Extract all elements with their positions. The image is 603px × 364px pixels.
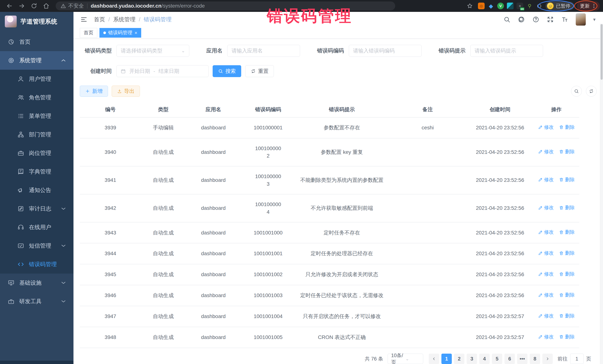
sidebar-item-7[interactable]: 字典管理 xyxy=(0,162,73,181)
sidebar-item-2[interactable]: 用户管理 xyxy=(0,70,73,88)
page-button-1[interactable]: 1 xyxy=(441,354,452,364)
github-icon[interactable] xyxy=(518,16,525,23)
browser-forward-icon[interactable] xyxy=(18,2,25,10)
delete-row-button[interactable]: 删除 xyxy=(559,204,575,211)
extension-icon-key[interactable]: ⚲ xyxy=(526,3,533,9)
browser-profile-chip[interactable]: ☺ 已暂停 xyxy=(545,2,574,10)
close-icon[interactable]: × xyxy=(135,30,137,35)
delete-row-button[interactable]: 删除 xyxy=(559,250,575,257)
avatar-caret-icon[interactable]: ▾ xyxy=(593,17,596,22)
page-button-2[interactable]: 2 xyxy=(454,354,464,364)
delete-row-button[interactable]: 删除 xyxy=(559,312,575,320)
edit-row-button[interactable]: 修改 xyxy=(538,124,554,131)
edit-row-button[interactable]: 修改 xyxy=(538,250,554,257)
sidebar-item-10[interactable]: 在线用户 xyxy=(0,218,73,236)
browser-update-button[interactable]: 更新 xyxy=(577,1,600,11)
page-button-5[interactable]: 5 xyxy=(492,354,502,364)
browser-reload-icon[interactable] xyxy=(30,2,37,10)
extension-icon-teal-squares[interactable] xyxy=(507,3,514,9)
export-button[interactable]: 导出 xyxy=(112,86,140,97)
sidebar-item-label: 用户管理 xyxy=(29,75,67,83)
edit-row-button[interactable]: 修改 xyxy=(538,229,554,236)
page-button-3[interactable]: 3 xyxy=(467,354,477,364)
browser-menu-dots-icon[interactable] xyxy=(591,3,597,9)
next-page-button[interactable] xyxy=(542,354,553,364)
page-button-6[interactable]: 6 xyxy=(504,354,515,364)
sidebar-item-13[interactable]: 基础设施 xyxy=(0,274,73,292)
delete-row-button[interactable]: 删除 xyxy=(559,176,575,183)
cell-id: 3947 xyxy=(80,306,141,327)
search-icon[interactable] xyxy=(503,16,510,23)
delete-row-button[interactable]: 删除 xyxy=(559,292,575,298)
extension-icon-orange[interactable]: ◎ xyxy=(478,3,485,9)
sidebar-item-5[interactable]: 部门管理 xyxy=(0,125,73,144)
reset-button[interactable]: 重置 xyxy=(245,65,274,77)
sidebar-item-4[interactable]: 菜单管理 xyxy=(0,107,73,125)
hamburger-icon[interactable] xyxy=(80,16,88,23)
sidebar-item-11[interactable]: 短信管理 xyxy=(0,236,73,255)
sidebar-item-14[interactable]: 研发工具 xyxy=(0,292,73,311)
app-logo-row[interactable]: 芋道管理系统 xyxy=(0,12,73,31)
delete-row-button[interactable]: 删除 xyxy=(559,271,575,278)
extension-icon-green-v[interactable]: V xyxy=(497,3,504,9)
error-hint-input[interactable]: 请输入错误码提示 xyxy=(470,45,543,57)
scrollbar-track xyxy=(600,24,603,364)
sidebar-item-8[interactable]: 通知公告 xyxy=(0,181,73,199)
page-size-select[interactable]: 10条/页 ⌄ xyxy=(388,354,423,364)
sidebar-item-12[interactable]: 错误码管理 xyxy=(0,255,73,274)
refresh-table-button[interactable] xyxy=(586,86,597,97)
date-range-picker[interactable]: 开始日期 - 结束日期 xyxy=(116,65,209,77)
sidebar-item-9[interactable]: 审计日志 xyxy=(0,199,73,218)
page-button-4[interactable]: 4 xyxy=(479,354,490,364)
edit-row-button[interactable]: 修改 xyxy=(538,204,554,211)
bookmark-star-icon[interactable] xyxy=(466,3,473,9)
error-code-input[interactable]: 请输入错误码编码 xyxy=(349,45,422,57)
sidebar-collapse-bar[interactable] xyxy=(0,361,73,364)
page-button-8[interactable]: 8 xyxy=(530,354,540,364)
edit-row-button[interactable]: 修改 xyxy=(538,312,554,320)
more-pages-button[interactable]: ••• xyxy=(517,354,527,364)
fullscreen-icon[interactable] xyxy=(547,16,554,23)
extension-icon-blue-drop[interactable]: ◆ xyxy=(487,3,494,9)
edit-row-button[interactable]: 修改 xyxy=(538,271,554,278)
prev-page-button[interactable] xyxy=(429,354,439,364)
cell-id: 3948 xyxy=(80,327,141,348)
goto-page-input[interactable] xyxy=(570,354,583,364)
cell-error-code: 1001000001 xyxy=(241,117,295,138)
breadcrumb-item-home[interactable]: 首页 xyxy=(94,16,105,23)
tab-0[interactable]: 首页 xyxy=(80,28,97,38)
edit-icon xyxy=(538,206,543,210)
sidebar-item-3[interactable]: 角色管理 xyxy=(0,88,73,107)
tab-1[interactable]: 错误码管理× xyxy=(99,28,141,38)
pagination-total: 共 76 条 xyxy=(365,355,383,362)
search-button[interactable]: 搜索 xyxy=(213,65,241,77)
sidebar-item-6[interactable]: 岗位管理 xyxy=(0,144,73,162)
chevron-up-icon xyxy=(60,57,67,64)
sidebar-item-1[interactable]: 系统管理 xyxy=(0,51,73,70)
delete-row-button[interactable]: 删除 xyxy=(559,333,575,341)
error-type-select[interactable]: 请选择错误码类型 ⌄ xyxy=(116,45,189,57)
help-question-icon[interactable] xyxy=(532,16,539,23)
show-search-toggle-button[interactable] xyxy=(571,86,582,97)
delete-row-button[interactable]: 删除 xyxy=(559,124,575,131)
cell-actions: 修改删除 xyxy=(533,327,579,348)
font-size-icon[interactable] xyxy=(561,16,568,23)
edit-row-button[interactable]: 修改 xyxy=(538,292,554,298)
app-name-input[interactable]: 请输入应用名 xyxy=(227,45,300,57)
delete-row-button[interactable]: 删除 xyxy=(559,229,575,236)
browser-back-icon[interactable] xyxy=(6,2,13,10)
cell-type: 自动生成 xyxy=(141,222,186,243)
breadcrumb-item-system[interactable]: 系统管理 xyxy=(113,16,135,23)
scrollbar-thumb[interactable] xyxy=(601,24,603,80)
extension-icon-puzzle[interactable]: ⬡ xyxy=(536,3,543,9)
delete-row-button[interactable]: 删除 xyxy=(559,148,575,155)
cell-id: 3939 xyxy=(80,117,141,138)
edit-row-button[interactable]: 修改 xyxy=(538,148,554,155)
edit-row-button[interactable]: 修改 xyxy=(538,176,554,183)
edit-row-button[interactable]: 修改 xyxy=(538,333,554,341)
extension-icon-dark-list[interactable]: ≡on xyxy=(517,3,523,9)
sidebar-item-0[interactable]: 首页 xyxy=(0,33,73,51)
user-avatar[interactable] xyxy=(576,13,586,26)
browser-home-icon[interactable] xyxy=(43,2,50,10)
add-button[interactable]: 新增 xyxy=(80,86,108,97)
